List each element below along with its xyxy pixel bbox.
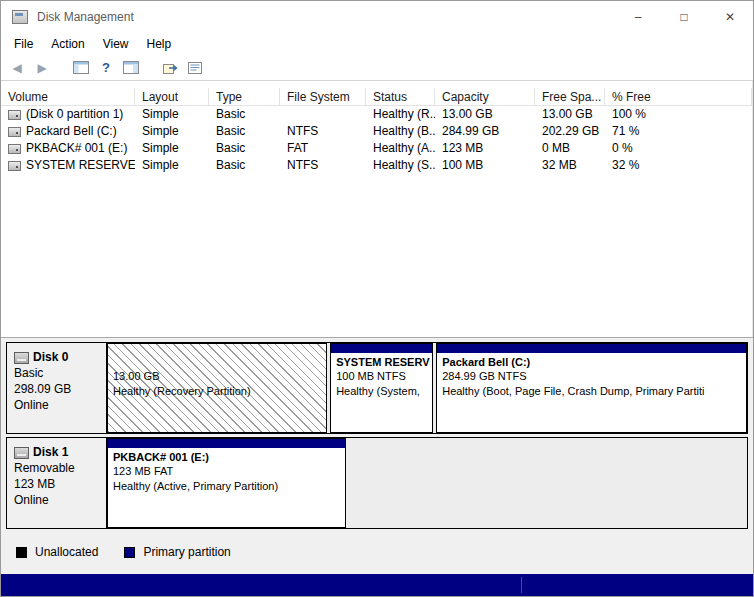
help-button[interactable]: ? <box>94 57 118 79</box>
partition-size: 100 MB NTFS <box>331 369 432 384</box>
volume-free-space: 202.29 GB <box>535 123 605 140</box>
partition-size: 13.00 GB <box>108 369 326 384</box>
volume-icon <box>8 144 21 154</box>
minimize-button[interactable]: – <box>615 1 661 33</box>
disk-icon <box>14 447 29 459</box>
volume-icon <box>8 110 21 120</box>
volume-icon <box>8 161 21 171</box>
partition-title: SYSTEM RESERV <box>331 355 432 369</box>
volume-file-system: NTFS <box>280 123 366 140</box>
volume-free-space: 13.00 GB <box>535 106 605 123</box>
back-icon: ◀ <box>12 61 21 75</box>
volume-type: Basic <box>209 106 280 123</box>
export-list-button[interactable] <box>183 57 207 79</box>
disk-type: Basic <box>14 365 106 381</box>
maximize-button[interactable]: □ <box>661 1 707 33</box>
close-button[interactable]: ✕ <box>707 1 753 33</box>
primary-partition-label: Primary partition <box>143 545 230 559</box>
show-console-tree-button[interactable] <box>69 57 93 79</box>
menu-view[interactable]: View <box>94 34 138 54</box>
disk-1-panel[interactable]: Disk 1 Removable 123 MB Online <box>7 438 107 528</box>
partition-status: Healthy (System, <box>331 384 432 399</box>
volume-list-header: Volume Layout Type File System Status Ca… <box>1 88 752 106</box>
partition-pkback-e[interactable]: PKBACK# 001 (E:) 123 MB FAT Healthy (Act… <box>107 438 346 528</box>
back-button[interactable]: ◀ <box>5 57 29 79</box>
show-action-pane-button[interactable] <box>119 57 143 79</box>
volume-status: Healthy (A... <box>366 140 435 157</box>
launch-button[interactable] <box>158 57 182 79</box>
volume-icon <box>8 127 21 137</box>
disk-icon <box>14 352 29 364</box>
volume-row-pkback[interactable]: PKBACK# 001 (E:) Simple Basic FAT Health… <box>1 140 752 157</box>
menu-file[interactable]: File <box>5 34 42 54</box>
volume-name: PKBACK# 001 (E:) <box>26 140 127 157</box>
disk-0-panel[interactable]: Disk 0 Basic 298.09 GB Online <box>7 343 107 433</box>
column-header-free-space[interactable]: Free Spa... <box>535 88 605 106</box>
bottom-bar <box>1 574 753 596</box>
volume-layout: Simple <box>135 140 209 157</box>
partition-status: Healthy (Recovery Partition) <box>108 384 326 399</box>
volume-layout: Simple <box>135 106 209 123</box>
partition-size: 123 MB FAT <box>108 464 345 479</box>
volume-pct-free: 71 % <box>605 123 752 140</box>
volume-layout: Simple <box>135 157 209 174</box>
partition-recovery[interactable]: 13.00 GB Healthy (Recovery Partition) <box>107 343 327 433</box>
partition-strip <box>108 439 345 448</box>
volume-row-system-reserved[interactable]: SYSTEM RESERVED Simple Basic NTFS Health… <box>1 157 752 174</box>
launch-icon <box>163 62 178 74</box>
volume-status: Healthy (R... <box>366 106 435 123</box>
menu-action[interactable]: Action <box>42 34 93 54</box>
volume-name: SYSTEM RESERVED <box>26 157 135 174</box>
window-title: Disk Management <box>37 10 134 24</box>
volume-status: Healthy (B... <box>366 123 435 140</box>
volume-type: Basic <box>209 157 280 174</box>
toolbar: ◀ ▶ ? <box>1 55 753 81</box>
menu-bar: File Action View Help <box>1 33 753 55</box>
forward-icon: ▶ <box>37 61 46 75</box>
disk-0-row: Disk 0 Basic 298.09 GB Online 13.00 GB H… <box>6 342 748 434</box>
forward-button[interactable]: ▶ <box>30 57 54 79</box>
volume-capacity: 123 MB <box>435 140 535 157</box>
volume-file-system <box>280 106 366 123</box>
partition-title: PKBACK# 001 (E:) <box>108 450 345 464</box>
volume-file-system: FAT <box>280 140 366 157</box>
console-tree-icon <box>73 61 89 74</box>
column-header-capacity[interactable]: Capacity <box>435 88 535 106</box>
partition-packard-bell-c[interactable]: Packard Bell (C:) 284.99 GB NTFS Healthy… <box>436 343 747 433</box>
volume-type: Basic <box>209 140 280 157</box>
menu-help[interactable]: Help <box>138 34 181 54</box>
column-header-file-system[interactable]: File System <box>280 88 366 106</box>
volume-name: (Disk 0 partition 1) <box>26 106 123 123</box>
partition-system-reserved[interactable]: SYSTEM RESERV 100 MB NTFS Healthy (Syste… <box>330 343 433 433</box>
partition-size: 284.99 GB NTFS <box>437 369 746 384</box>
unallocated-swatch <box>16 547 27 558</box>
disk-name: Disk 0 <box>33 350 68 365</box>
column-header-pct-free[interactable]: % Free <box>605 88 752 106</box>
export-list-icon <box>188 62 202 74</box>
disk-status: Online <box>14 492 106 508</box>
volume-status: Healthy (S... <box>366 157 435 174</box>
column-header-layout[interactable]: Layout <box>135 88 209 106</box>
disk-size: 298.09 GB <box>14 381 106 397</box>
volume-capacity: 13.00 GB <box>435 106 535 123</box>
disk-size: 123 MB <box>14 476 106 492</box>
partition-strip <box>108 344 326 353</box>
column-header-status[interactable]: Status <box>366 88 435 106</box>
volume-pct-free: 0 % <box>605 140 752 157</box>
volume-capacity: 284.99 GB <box>435 123 535 140</box>
empty-disk-space <box>349 438 747 528</box>
primary-partition-swatch <box>124 547 135 558</box>
partition-title <box>108 355 326 369</box>
volume-row-disk0-partition1[interactable]: (Disk 0 partition 1) Simple Basic Health… <box>1 106 752 123</box>
disk-1-row: Disk 1 Removable 123 MB Online PKBACK# 0… <box>6 437 748 529</box>
legend: Unallocated Primary partition <box>16 545 748 559</box>
disk-status: Online <box>14 397 106 413</box>
volume-row-packard-bell[interactable]: Packard Bell (C:) Simple Basic NTFS Heal… <box>1 123 752 140</box>
disk-management-window: Disk Management – □ ✕ File Action View H… <box>0 0 754 597</box>
disk-type: Removable <box>14 460 106 476</box>
column-header-volume[interactable]: Volume <box>1 88 135 106</box>
column-header-type[interactable]: Type <box>209 88 280 106</box>
volume-list: Volume Layout Type File System Status Ca… <box>1 81 753 337</box>
volume-pct-free: 100 % <box>605 106 752 123</box>
disk-name: Disk 1 <box>33 445 68 460</box>
